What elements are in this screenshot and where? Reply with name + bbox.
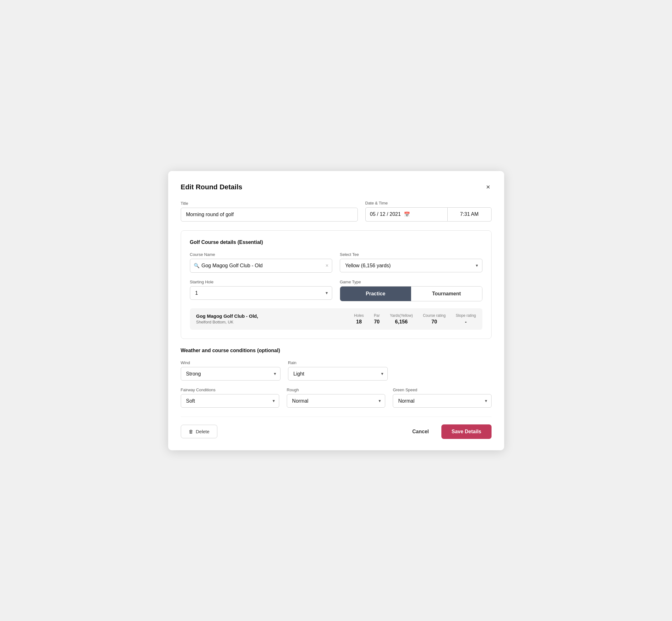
- golf-course-section: Golf Course details (Essential) Course N…: [181, 230, 492, 339]
- modal-footer: 🗑 Delete Cancel Save Details: [181, 417, 492, 439]
- game-type-toggle: Practice Tournament: [340, 286, 482, 301]
- cancel-button[interactable]: Cancel: [407, 425, 434, 438]
- course-search-wrap: 🔍 ×: [190, 259, 333, 273]
- conditions-row: Fairway Conditions Soft Normal Hard ▾ Ro…: [181, 387, 492, 408]
- tournament-toggle-button[interactable]: Tournament: [411, 287, 482, 301]
- course-info-bar: Gog Magog Golf Club - Old, Shelford Bott…: [190, 308, 482, 330]
- delete-label: Delete: [196, 429, 209, 434]
- course-name-block: Gog Magog Golf Club - Old, Shelford Bott…: [196, 313, 344, 324]
- wind-label: Wind: [181, 360, 281, 365]
- select-tee-dropdown[interactable]: Yellow (6,156 yards) White Red Blue: [340, 259, 482, 272]
- search-icon: 🔍: [194, 263, 200, 268]
- fairway-group: Fairway Conditions Soft Normal Hard ▾: [181, 387, 279, 408]
- wind-group: Wind Calm Light Moderate Strong ▾: [181, 360, 281, 380]
- green-speed-dropdown[interactable]: Slow Normal Fast: [393, 394, 491, 408]
- rough-label: Rough: [287, 387, 385, 392]
- yards-label: Yards(Yellow): [390, 313, 413, 318]
- course-tee-row: Course Name 🔍 × Select Tee Yellow (6,156…: [190, 252, 482, 273]
- par-stat: Par 70: [374, 313, 380, 325]
- wind-wrap: Calm Light Moderate Strong ▾: [181, 367, 281, 380]
- title-input[interactable]: [181, 208, 358, 221]
- close-button[interactable]: ×: [485, 182, 492, 192]
- holes-stat: Holes 18: [354, 313, 364, 325]
- time-input-box[interactable]: 7:31 AM: [447, 207, 492, 221]
- hole-gametype-row: Starting Hole 1 10 ▾ Game Type Practice …: [190, 280, 482, 301]
- course-name-group: Course Name 🔍 ×: [190, 252, 333, 273]
- weather-title: Weather and course conditions (optional): [181, 348, 492, 354]
- rough-wrap: Short Normal Long ▾: [287, 394, 385, 408]
- golf-section-title: Golf Course details (Essential): [190, 240, 482, 245]
- fairway-wrap: Soft Normal Hard ▾: [181, 394, 279, 408]
- rough-group: Rough Short Normal Long ▾: [287, 387, 385, 408]
- title-label: Title: [181, 201, 358, 206]
- datetime-row: 05 / 12 / 2021 📅 7:31 AM: [365, 207, 492, 221]
- green-speed-wrap: Slow Normal Fast ▾: [393, 394, 491, 408]
- par-value: 70: [374, 319, 380, 325]
- course-name-input[interactable]: [190, 259, 333, 273]
- course-rating-stat: Course rating 70: [423, 313, 446, 325]
- fairway-label: Fairway Conditions: [181, 387, 279, 392]
- game-type-group: Game Type Practice Tournament: [340, 280, 482, 301]
- clear-icon[interactable]: ×: [326, 263, 328, 268]
- rain-wrap: None Light Moderate Heavy ▾: [288, 367, 388, 380]
- select-tee-group: Select Tee Yellow (6,156 yards) White Re…: [340, 252, 482, 273]
- course-rating-label: Course rating: [423, 313, 446, 318]
- rain-dropdown[interactable]: None Light Moderate Heavy: [288, 367, 388, 380]
- rain-label: Rain: [288, 360, 388, 365]
- top-fields: Title Date & Time 05 / 12 / 2021 📅 7:31 …: [181, 201, 492, 221]
- course-info-location: Shelford Bottom, UK: [196, 320, 344, 324]
- wind-dropdown[interactable]: Calm Light Moderate Strong: [181, 367, 281, 380]
- select-tee-wrap: Yellow (6,156 yards) White Red Blue ▾: [340, 259, 482, 272]
- green-speed-group: Green Speed Slow Normal Fast ▾: [393, 387, 491, 408]
- wind-rain-row: Wind Calm Light Moderate Strong ▾ Rain N…: [181, 360, 388, 380]
- date-value: 05 / 12 / 2021: [370, 211, 401, 217]
- slope-rating-value: -: [465, 319, 467, 325]
- green-speed-label: Green Speed: [393, 387, 491, 392]
- course-name-label: Course Name: [190, 252, 333, 257]
- datetime-label: Date & Time: [365, 201, 492, 205]
- weather-section: Weather and course conditions (optional)…: [181, 348, 492, 408]
- starting-hole-group: Starting Hole 1 10 ▾: [190, 280, 333, 301]
- footer-right: Cancel Save Details: [407, 424, 492, 439]
- starting-hole-wrap: 1 10 ▾: [190, 286, 333, 300]
- slope-rating-label: Slope rating: [456, 313, 476, 318]
- game-type-label: Game Type: [340, 280, 482, 284]
- course-rating-value: 70: [432, 319, 437, 325]
- holes-label: Holes: [354, 313, 364, 318]
- starting-hole-label: Starting Hole: [190, 280, 333, 284]
- datetime-field-group: Date & Time 05 / 12 / 2021 📅 7:31 AM: [365, 201, 492, 221]
- select-tee-label: Select Tee: [340, 252, 482, 257]
- date-input-box[interactable]: 05 / 12 / 2021 📅: [365, 207, 447, 221]
- calendar-icon: 📅: [404, 211, 410, 217]
- slope-rating-stat: Slope rating -: [456, 313, 476, 325]
- modal-header: Edit Round Details ×: [181, 182, 492, 192]
- starting-hole-dropdown[interactable]: 1 10: [190, 286, 333, 300]
- yards-stat: Yards(Yellow) 6,156: [390, 313, 413, 325]
- fairway-dropdown[interactable]: Soft Normal Hard: [181, 394, 279, 408]
- save-button[interactable]: Save Details: [442, 424, 491, 439]
- holes-value: 18: [356, 319, 362, 325]
- rough-dropdown[interactable]: Short Normal Long: [287, 394, 385, 408]
- modal-title: Edit Round Details: [181, 183, 243, 191]
- par-label: Par: [374, 313, 380, 318]
- modal: Edit Round Details × Title Date & Time 0…: [168, 171, 504, 450]
- yards-value: 6,156: [395, 319, 408, 325]
- course-info-name: Gog Magog Golf Club - Old,: [196, 313, 344, 319]
- delete-button[interactable]: 🗑 Delete: [181, 425, 217, 438]
- trash-icon: 🗑: [189, 429, 194, 434]
- rain-group: Rain None Light Moderate Heavy ▾: [288, 360, 388, 380]
- title-field-group: Title: [181, 201, 358, 221]
- practice-toggle-button[interactable]: Practice: [340, 287, 411, 301]
